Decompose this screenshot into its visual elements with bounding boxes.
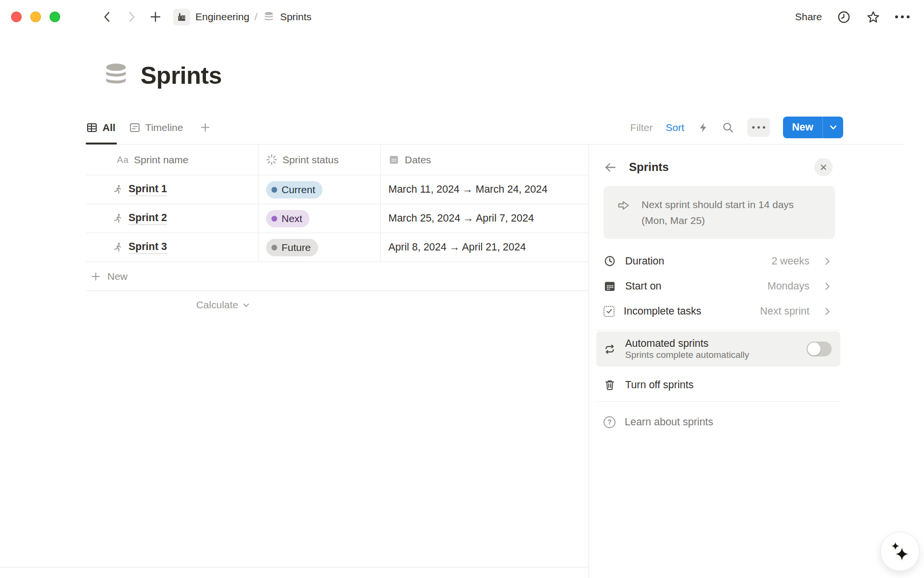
column-header-dates[interactable]: Dates — [381, 144, 589, 175]
turn-off-sprints-row[interactable]: Turn off sprints — [603, 371, 840, 398]
checkbox-icon — [603, 306, 615, 317]
favorite-star-icon[interactable] — [866, 10, 881, 25]
trash-icon — [603, 379, 616, 391]
ai-sparkles-button[interactable] — [880, 532, 920, 571]
divider — [596, 401, 840, 402]
breadcrumb-page[interactable]: Sprints — [280, 11, 311, 23]
repeat-icon — [603, 343, 616, 355]
dates-cell[interactable]: April 8, 2024 → April 21, 2024 — [381, 233, 589, 262]
chevron-down-icon — [242, 301, 250, 309]
runner-icon — [112, 213, 123, 224]
status-icon — [266, 154, 277, 165]
database-icon — [263, 11, 275, 23]
table-row: Sprint 3 Future April 8, 2024 → April 21… — [86, 233, 589, 262]
notice-line2: (Mon, Mar 25) — [642, 215, 705, 226]
automated-sprints-row[interactable]: Automated sprints Sprints complete autom… — [596, 331, 840, 367]
chevron-right-icon — [824, 306, 831, 316]
breadcrumb: Engineering / Sprints — [173, 9, 311, 26]
automated-sprints-label: Automated sprints — [625, 338, 708, 349]
sprint-name-link[interactable]: Sprint 3 — [128, 241, 167, 254]
text-icon: Aa — [117, 155, 128, 165]
filter-button[interactable]: Filter — [630, 122, 653, 133]
more-options-icon[interactable] — [895, 15, 910, 18]
status-dot — [271, 187, 277, 193]
content-bottom-divider — [0, 567, 589, 567]
add-view-plus-icon[interactable] — [199, 111, 211, 144]
close-window-button[interactable] — [11, 12, 22, 22]
table-row: Sprint 2 Next March 25, 2024 → April 7, … — [86, 204, 589, 233]
tab-timeline-label: Timeline — [145, 122, 183, 133]
sparkles-icon — [889, 540, 911, 563]
search-icon[interactable] — [722, 121, 734, 134]
automated-sprints-description: Sprints complete automatically — [625, 350, 749, 360]
divider — [596, 330, 840, 330]
status-label: Current — [282, 184, 315, 196]
status-dot — [271, 216, 277, 222]
new-page-icon[interactable] — [149, 11, 162, 23]
notice-line1: Next sprint should start in 14 days — [642, 199, 794, 210]
sprints-table: Aa Sprint name Sprint status — [86, 144, 589, 319]
learn-about-sprints-row[interactable]: ? Learn about sprints — [603, 408, 840, 435]
calculate-button[interactable]: Calculate — [86, 291, 258, 319]
minimize-window-button[interactable] — [30, 12, 41, 22]
page-title[interactable]: Sprints — [141, 62, 222, 90]
dates-cell[interactable]: March 25, 2024 → April 7, 2024 — [381, 204, 589, 233]
sort-button[interactable]: Sort — [666, 122, 684, 133]
panel-back-arrow-icon[interactable] — [603, 160, 617, 174]
column-label: Dates — [405, 154, 431, 166]
runner-icon — [112, 242, 123, 253]
view-bar: All Timeline Filter Sort — [86, 111, 905, 144]
setting-duration[interactable]: Duration 2 weeks — [603, 249, 840, 274]
traffic-lights — [11, 12, 60, 22]
learn-about-sprints-label: Learn about sprints — [625, 416, 713, 428]
panel-title: Sprints — [629, 160, 669, 174]
chevron-right-icon — [824, 256, 831, 266]
column-header-sprint-name[interactable]: Aa Sprint name — [86, 144, 258, 175]
view-options-icon[interactable] — [747, 118, 770, 137]
breadcrumb-separator: / — [255, 11, 257, 23]
back-icon[interactable] — [101, 11, 114, 23]
column-header-sprint-status[interactable]: Sprint status — [258, 144, 381, 175]
calendar-icon — [388, 154, 399, 165]
tab-all-label: All — [103, 122, 116, 133]
dates-cell[interactable]: March 11, 2024 → March 24, 2024 — [381, 175, 589, 204]
status-pill[interactable]: Next — [266, 210, 309, 227]
new-button-chevron-down-icon[interactable] — [823, 117, 843, 138]
calculate-label: Calculate — [196, 299, 238, 311]
status-pill[interactable]: Future — [266, 239, 318, 256]
runner-icon — [112, 184, 123, 195]
sidebar-menu-icon[interactable] — [77, 13, 90, 22]
panel-close-icon[interactable]: × — [814, 158, 833, 176]
status-pill[interactable]: Current — [266, 181, 322, 198]
setting-label: Start on — [625, 280, 661, 292]
sprint-name-link[interactable]: Sprint 1 — [128, 183, 167, 196]
calendar-icon — [603, 280, 616, 292]
forward-icon[interactable] — [125, 11, 138, 23]
plus-icon — [90, 271, 102, 282]
updates-clock-icon[interactable] — [836, 10, 851, 25]
sprint-name-link[interactable]: Sprint 2 — [128, 212, 167, 225]
column-label: Sprint status — [282, 154, 339, 166]
share-button[interactable]: Share — [795, 11, 822, 23]
setting-start-on[interactable]: Start on Mondays — [603, 274, 840, 299]
new-button-label[interactable]: New — [783, 117, 822, 138]
setting-incomplete-tasks[interactable]: Incomplete tasks Next sprint — [603, 299, 840, 324]
status-label: Future — [282, 242, 311, 253]
turn-off-sprints-label: Turn off sprints — [625, 379, 693, 391]
chevron-right-icon — [824, 281, 831, 291]
zoom-window-button[interactable] — [50, 12, 60, 22]
table-row: Sprint 1 Current March 11, 2024 → March … — [86, 175, 589, 204]
new-row-button[interactable]: New — [86, 262, 589, 291]
help-question-icon: ? — [603, 416, 616, 428]
breadcrumb-workspace[interactable]: Engineering — [195, 11, 249, 23]
tab-all[interactable]: All — [86, 111, 116, 144]
clock-icon — [603, 255, 616, 267]
setting-label: Incomplete tasks — [624, 305, 701, 317]
page-database-icon[interactable] — [102, 62, 130, 90]
tab-timeline[interactable]: Timeline — [129, 111, 183, 144]
window-toolbar: Engineering / Sprints Share — [0, 0, 924, 34]
automations-bolt-icon[interactable] — [697, 122, 709, 133]
workspace-building-icon[interactable] — [173, 9, 190, 26]
table-view-icon — [86, 122, 98, 133]
automated-sprints-toggle[interactable] — [807, 342, 832, 356]
